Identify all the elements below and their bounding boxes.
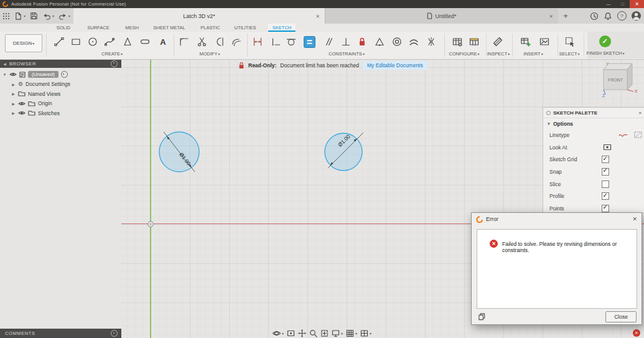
snap-checkbox[interactable] xyxy=(602,168,609,176)
visibility-eye-icon[interactable] xyxy=(18,110,26,116)
group-label-constraints[interactable]: CONSTRAINTS xyxy=(329,51,365,57)
offset-tool-icon[interactable] xyxy=(230,35,243,49)
tab-solid[interactable]: SOLID xyxy=(52,24,75,32)
save-icon[interactable] xyxy=(30,12,38,20)
insert-table-icon[interactable] xyxy=(519,35,533,49)
perpendicular-constraint-icon[interactable] xyxy=(339,35,353,49)
help-icon[interactable]: ? xyxy=(617,11,627,21)
concentric-constraint-icon[interactable] xyxy=(390,35,404,49)
select-icon[interactable] xyxy=(563,35,577,49)
sketch-dimension-icon[interactable] xyxy=(251,35,264,49)
configuration-table-icon[interactable] xyxy=(467,35,481,49)
expand-caret-icon[interactable]: ▶ xyxy=(11,92,16,96)
sketch-grid-checkbox[interactable] xyxy=(602,156,609,163)
comments-panel-header[interactable]: COMMENTS xyxy=(0,329,121,338)
text-tool-icon[interactable]: A xyxy=(156,35,170,49)
tab-sketch[interactable]: SKETCH xyxy=(268,24,296,32)
orbit-icon[interactable] xyxy=(273,329,284,337)
tab-sheet-metal[interactable]: SHEET METAL xyxy=(149,24,189,32)
profile-checkbox[interactable] xyxy=(602,192,609,200)
maximize-button[interactable]: □ xyxy=(615,0,630,8)
browser-item-document-settings[interactable]: ▶ ⚙ Document Settings xyxy=(0,80,121,90)
tab-mesh[interactable]: MESH xyxy=(121,24,143,32)
spline-tool-icon[interactable] xyxy=(103,35,116,49)
undo-icon[interactable] xyxy=(42,12,54,21)
group-label-select[interactable]: SELECT xyxy=(559,51,579,57)
expand-caret-icon[interactable]: ▶ xyxy=(11,82,16,87)
expand-caret-icon[interactable]: ▶ xyxy=(11,101,16,106)
comments-options-icon[interactable] xyxy=(111,330,118,337)
job-status-icon[interactable] xyxy=(590,12,599,21)
polygon-tool-icon[interactable] xyxy=(121,35,134,49)
group-label-create[interactable]: CREATE xyxy=(101,51,123,57)
browser-root-row[interactable]: ▼ (Unsaved) xyxy=(0,70,121,80)
redo-icon[interactable] xyxy=(58,12,70,21)
editable-documents-link[interactable]: My Editable Documents xyxy=(363,61,427,70)
document-tab-inactive[interactable]: Untitled* ✕ xyxy=(325,8,558,24)
configure-icon[interactable] xyxy=(450,35,464,49)
error-dialog-titlebar[interactable]: Error ✕ xyxy=(472,213,642,225)
pan-icon[interactable] xyxy=(298,329,306,337)
finish-sketch-button[interactable]: ✓ FINISH SKETCH xyxy=(587,32,644,59)
new-tab-button[interactable]: + xyxy=(560,8,571,24)
parallel-constraint-icon[interactable] xyxy=(322,35,335,49)
fillet-tool-icon[interactable] xyxy=(177,35,191,49)
profile-avatar[interactable] xyxy=(632,11,641,21)
midpoint-constraint-icon[interactable] xyxy=(373,35,386,49)
tangent-constraint-icon[interactable] xyxy=(284,35,298,49)
close-dialog-button[interactable]: Close xyxy=(605,311,637,322)
minimize-button[interactable]: — xyxy=(601,0,615,8)
tab-surface[interactable]: SURFACE xyxy=(83,24,113,32)
fit-icon[interactable] xyxy=(320,329,329,337)
canvas-insert-icon[interactable] xyxy=(538,35,551,49)
zoom-icon[interactable] xyxy=(309,329,317,337)
collapse-palette-icon[interactable]: » xyxy=(639,110,642,116)
group-label-modify[interactable]: MODIFY xyxy=(199,51,220,57)
dialog-close-icon[interactable]: ✕ xyxy=(632,216,637,222)
options-section-header[interactable]: ▼ Options xyxy=(543,118,644,129)
tab-close-icon[interactable]: ✕ xyxy=(549,13,553,19)
group-label-inspect[interactable]: INSPECT xyxy=(487,51,510,57)
app-grid-icon[interactable] xyxy=(2,12,10,20)
browser-item-origin[interactable]: ▶ Origin xyxy=(0,99,121,109)
tab-plastic[interactable]: PLASTIC xyxy=(196,24,224,32)
slot-tool-icon[interactable] xyxy=(138,35,152,49)
job-error-badge[interactable]: ✕ xyxy=(633,329,640,337)
circle-tool-icon[interactable] xyxy=(86,35,100,49)
copy-to-clipboard-icon[interactable] xyxy=(478,312,486,321)
expand-caret-icon[interactable]: ▼ xyxy=(2,73,7,77)
rectangle-tool-icon[interactable] xyxy=(69,35,83,49)
points-checkbox[interactable] xyxy=(602,205,609,212)
design-workspace-dropdown[interactable]: DESIGN xyxy=(5,34,42,52)
display-settings-icon[interactable] xyxy=(332,329,343,337)
tab-utilities[interactable]: UTILITIES xyxy=(230,24,260,32)
viewports-icon[interactable] xyxy=(360,329,371,337)
sketch-palette-header[interactable]: SKETCH PALETTE » xyxy=(543,108,644,118)
browser-item-sketches[interactable]: ▶ Sketches xyxy=(0,108,121,118)
close-button[interactable]: ✕ xyxy=(630,0,644,8)
visibility-eye-icon[interactable] xyxy=(18,101,26,106)
extend-tool-icon[interactable] xyxy=(212,35,226,49)
group-label-configure[interactable]: CONFIGURE xyxy=(449,51,479,57)
trim-tool-icon[interactable] xyxy=(195,35,209,49)
grid-settings-icon[interactable] xyxy=(346,329,357,337)
collapse-browser-icon[interactable]: ◀ xyxy=(2,62,7,66)
view-cube[interactable]: FRONT Y X Z xyxy=(595,60,642,100)
browser-item-named-views[interactable]: ▶ Named Views xyxy=(0,89,121,99)
notifications-bell-icon[interactable] xyxy=(604,12,612,21)
slice-checkbox[interactable] xyxy=(602,181,609,188)
measure-icon[interactable] xyxy=(491,35,505,49)
horizontal-vertical-constraint-icon[interactable] xyxy=(269,35,282,49)
curvature-constraint-icon[interactable] xyxy=(407,35,421,49)
document-tab-active[interactable]: Latch 3D v2* ✕ xyxy=(73,8,325,24)
look-at-icon[interactable] xyxy=(602,143,613,153)
tab-close-icon[interactable]: ✕ xyxy=(315,13,320,19)
file-menu-icon[interactable] xyxy=(14,12,26,21)
visibility-eye-icon[interactable] xyxy=(9,72,17,77)
browser-options-icon[interactable] xyxy=(111,60,118,67)
look-at-view-icon[interactable] xyxy=(287,329,295,337)
line-tool-icon[interactable] xyxy=(52,35,66,49)
expand-caret-icon[interactable]: ▶ xyxy=(11,111,16,115)
equal-constraint-icon[interactable] xyxy=(302,35,316,49)
symmetry-constraint-icon[interactable] xyxy=(424,35,438,49)
